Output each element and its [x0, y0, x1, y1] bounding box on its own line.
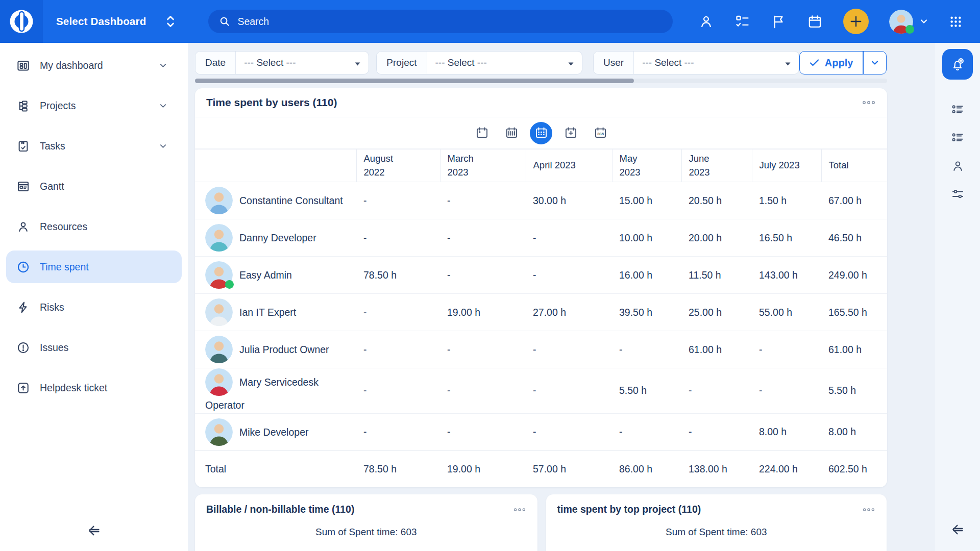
right-rail — [935, 43, 980, 551]
panel-menu-button[interactable] — [513, 507, 526, 512]
hours-cell: 249.00 h — [821, 257, 887, 294]
sidebar-item-gantt[interactable]: Gantt — [6, 170, 182, 203]
sidebar-item-risks[interactable]: Risks — [6, 291, 182, 323]
horizontal-scrollbar[interactable] — [195, 79, 887, 83]
hours-cell: - — [440, 413, 526, 450]
ellipsis-icon — [513, 507, 526, 512]
search-input[interactable] — [237, 16, 663, 28]
top-project-time-panel: time spent by top project (110) Sum of S… — [546, 494, 887, 551]
hours-cell: - — [440, 182, 526, 219]
date-filter[interactable]: Date --- Select --- — [195, 51, 369, 74]
spent-time-summary: Sum of Spent time: 603 — [546, 527, 887, 538]
user-avatar — [205, 187, 233, 214]
project-select[interactable]: --- Select --- — [427, 52, 582, 74]
hours-cell: 165.50 h — [821, 294, 887, 331]
total-hours-cell: 19.00 h — [440, 450, 526, 487]
panel-menu-button[interactable] — [862, 100, 876, 105]
user-avatar — [205, 298, 233, 326]
table-row: Mary Servicedesk Operator---5.50 h--5.50… — [195, 368, 887, 414]
rail-collapse-button[interactable] — [950, 522, 965, 539]
settings-sliders-button[interactable] — [951, 187, 965, 201]
people-panel-button[interactable] — [951, 159, 965, 173]
sidebar-item-resources[interactable]: Resources — [6, 210, 182, 243]
user-select[interactable]: --- Select --- — [634, 52, 799, 74]
quick-add-button[interactable] — [843, 9, 869, 34]
hours-cell: 8.00 h — [752, 413, 821, 450]
hours-cell: - — [681, 413, 752, 450]
chevron-down-icon[interactable] — [159, 61, 167, 70]
hours-cell: - — [440, 331, 526, 368]
bullet-list-icon — [951, 131, 965, 145]
sidebar-item-tasks[interactable]: Tasks — [6, 130, 182, 162]
user-name[interactable]: Constantine Consultant — [239, 195, 343, 206]
sidebar-item-projects[interactable]: Projects — [6, 89, 182, 122]
flag-button[interactable] — [771, 14, 787, 30]
topbar-actions — [698, 9, 980, 34]
hours-cell: - — [440, 257, 526, 294]
detail-list-button[interactable] — [951, 131, 965, 145]
user-name[interactable]: Danny Developer — [239, 232, 316, 243]
sidebar-item-label: Risks — [40, 302, 64, 313]
hours-cell: 78.50 h — [356, 257, 440, 294]
scrollbar-thumb[interactable] — [195, 79, 634, 83]
calendar-year-view-button[interactable]: 365 — [589, 122, 611, 144]
hours-cell: 5.50 h — [612, 368, 681, 414]
hours-cell: - — [440, 368, 526, 414]
apps-grid-button[interactable] — [949, 15, 963, 29]
chevron-down-icon[interactable] — [159, 102, 167, 110]
time-spent-by-users-panel: Time spent by users (110) — [195, 88, 887, 487]
user-cell: Ian IT Expert — [195, 294, 356, 331]
panel-header: Billable / non-billable time (110) — [195, 504, 537, 515]
tasks-icon — [16, 139, 30, 153]
apply-button[interactable]: Apply — [800, 52, 863, 74]
hours-cell: - — [526, 331, 612, 368]
people-button[interactable] — [698, 14, 714, 30]
tasks-list-button[interactable] — [734, 14, 750, 30]
sidebar-item-issues[interactable]: Issues — [6, 331, 182, 364]
apply-button-label: Apply — [825, 57, 853, 69]
dashboard-selector[interactable]: Select Dashboard — [56, 15, 176, 28]
total-label: Total — [195, 450, 356, 487]
calendar-week-view-button[interactable] — [500, 122, 523, 144]
calendar-day-view-button[interactable] — [471, 122, 493, 144]
user-menu[interactable] — [889, 10, 928, 34]
online-status-dot — [225, 280, 234, 289]
collapse-left-icon — [86, 523, 102, 538]
hours-cell: 61.00 h — [821, 331, 887, 368]
user-cell: Mike Developer — [195, 413, 356, 450]
user-name[interactable]: Mike Developer — [239, 427, 308, 438]
calendar-add-view-button[interactable] — [559, 122, 582, 144]
date-select[interactable]: --- Select --- — [236, 52, 369, 74]
filter-label: User — [594, 52, 634, 74]
hours-cell: 27.00 h — [526, 294, 612, 331]
hours-cell: 19.00 h — [440, 294, 526, 331]
apply-options-button[interactable] — [864, 52, 886, 74]
chevron-down-icon[interactable] — [159, 142, 167, 151]
list-view-button[interactable] — [951, 103, 965, 117]
calendar-button[interactable] — [807, 14, 823, 30]
hours-cell: - — [440, 219, 526, 257]
online-status-dot — [905, 25, 914, 34]
user-name[interactable]: Ian IT Expert — [239, 307, 296, 318]
avatar-image — [205, 224, 233, 252]
user-name[interactable]: Julia Product Owner — [239, 344, 329, 355]
filter-label: Project — [377, 52, 427, 74]
user-filter[interactable]: User --- Select --- — [593, 51, 799, 74]
panel-menu-button[interactable] — [862, 507, 875, 512]
sidebar-item-helpdesk-ticket[interactable]: Helpdesk ticket — [6, 371, 182, 404]
user-name[interactable]: Easy Admin — [239, 269, 292, 281]
avatar-image — [205, 298, 233, 326]
calendar-month-view-button[interactable] — [530, 122, 552, 144]
avatar-image — [205, 336, 233, 363]
hours-cell: - — [612, 413, 681, 450]
total-hours-cell: 78.50 h — [356, 450, 440, 487]
sidebar-item-time-spent[interactable]: Time spent — [6, 251, 182, 283]
app-logo[interactable] — [0, 0, 43, 43]
project-filter[interactable]: Project --- Select --- — [376, 51, 582, 74]
sidebar-collapse-button[interactable] — [86, 523, 102, 540]
notifications-button[interactable] — [942, 49, 973, 80]
sidebar-item-label: Time spent — [40, 261, 89, 273]
hours-cell: 46.50 h — [821, 219, 887, 257]
global-search[interactable] — [208, 10, 673, 33]
sidebar-item-my-dashboard[interactable]: My dashboard — [6, 49, 182, 82]
